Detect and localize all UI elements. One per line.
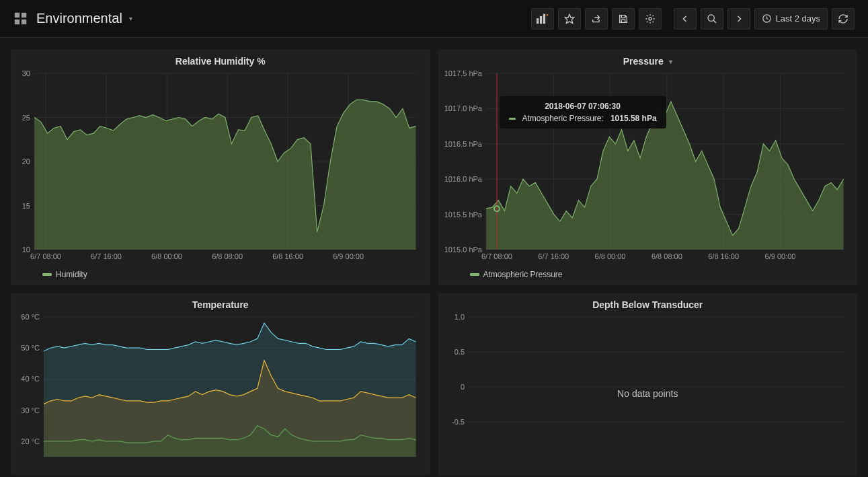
svg-text:20 °C: 20 °C [21, 437, 40, 445]
svg-text:1017.0 hPa: 1017.0 hPa [444, 104, 482, 112]
svg-text:6/7 08:00: 6/7 08:00 [30, 252, 61, 260]
panel-depth[interactable]: Depth Below Transducer -0.500.51.0 No da… [438, 293, 858, 475]
chart-temperature[interactable]: 20 °C30 °C40 °C50 °C60 °C [11, 313, 423, 472]
chevron-down-icon[interactable]: ▾ [669, 58, 672, 65]
chart-pressure[interactable]: 1015.0 hPa1015.5 hPa1016.0 hPa1016.5 hPa… [439, 69, 851, 264]
svg-text:6/7 16:00: 6/7 16:00 [538, 252, 569, 260]
legend-pressure: Atmospheric Pressure [439, 267, 857, 285]
dashboard-title[interactable]: Environmental [36, 11, 122, 26]
svg-text:1016.5 hPa: 1016.5 hPa [444, 140, 482, 148]
svg-rect-5 [539, 15, 541, 23]
svg-text:0: 0 [460, 383, 464, 391]
legend-item[interactable]: Atmospheric Pressure [470, 270, 563, 279]
svg-text:1016.0 hPa: 1016.0 hPa [444, 175, 482, 183]
star-button[interactable] [558, 8, 581, 30]
chart-humidity[interactable]: 10152025306/7 08:006/7 16:006/8 00:006/8… [11, 69, 423, 264]
legend-label: Humidity [56, 270, 87, 279]
chevron-down-icon: ▾ [129, 15, 132, 22]
svg-text:30 °C: 30 °C [21, 406, 40, 414]
panel-title-temperature: Temperature [192, 299, 249, 310]
svg-rect-6 [543, 13, 545, 24]
svg-text:1017.5 hPa: 1017.5 hPa [444, 69, 482, 77]
svg-text:40 °C: 40 °C [21, 375, 40, 383]
zoom-out-button[interactable] [701, 8, 723, 30]
svg-text:15: 15 [22, 202, 30, 210]
svg-point-8 [649, 17, 652, 20]
panel-temperature[interactable]: Temperature 20 °C30 °C40 °C50 °C60 °C [11, 293, 430, 475]
svg-text:6/8 00:00: 6/8 00:00 [594, 252, 625, 260]
legend-swatch-icon [42, 273, 52, 276]
settings-button[interactable] [639, 8, 662, 30]
svg-rect-1 [22, 12, 26, 17]
clock-icon [762, 13, 772, 24]
legend-item[interactable]: Humidity [42, 270, 87, 279]
dashboard-grid-icon [13, 11, 28, 26]
svg-text:-0.5: -0.5 [452, 418, 465, 426]
legend-humidity: Humidity [11, 267, 430, 285]
toolbar: Last 2 days [531, 8, 855, 30]
panel-title-humidity: Relative Humidity % [175, 56, 266, 67]
svg-text:6/8 00:00: 6/8 00:00 [151, 252, 182, 260]
share-button[interactable] [585, 8, 608, 30]
svg-text:1015.0 hPa: 1015.0 hPa [444, 246, 482, 254]
svg-text:25: 25 [22, 114, 30, 122]
svg-text:6/9 00:00: 6/9 00:00 [333, 252, 364, 260]
panel-title-pressure: Pressure [623, 56, 664, 67]
no-data-label: No data points [617, 388, 678, 399]
svg-text:6/7 08:00: 6/7 08:00 [481, 252, 512, 260]
svg-text:50 °C: 50 °C [21, 344, 40, 352]
svg-text:6/8 16:00: 6/8 16:00 [708, 252, 739, 260]
svg-marker-7 [565, 14, 574, 23]
breadcrumb[interactable]: Environmental ▾ [13, 11, 132, 26]
panel-title-depth: Depth Below Transducer [592, 299, 703, 310]
add-panel-button[interactable] [531, 8, 554, 30]
save-button[interactable] [612, 8, 635, 30]
svg-text:6/9 00:00: 6/9 00:00 [764, 252, 795, 260]
svg-text:1.0: 1.0 [454, 313, 464, 321]
refresh-button[interactable] [832, 8, 855, 30]
svg-text:6/8 08:00: 6/8 08:00 [212, 252, 243, 260]
svg-text:60 °C: 60 °C [21, 313, 40, 321]
time-back-button[interactable] [674, 8, 697, 30]
svg-text:6/8 16:00: 6/8 16:00 [272, 252, 303, 260]
svg-rect-4 [537, 18, 539, 24]
time-range-picker[interactable]: Last 2 days [754, 8, 828, 30]
svg-text:10: 10 [22, 246, 30, 254]
panel-pressure[interactable]: Pressure ▾ 1015.0 hPa1015.5 hPa1016.0 hP… [438, 50, 858, 285]
svg-text:20: 20 [22, 157, 30, 166]
svg-rect-3 [22, 19, 26, 24]
panel-humidity[interactable]: Relative Humidity % 10152025306/7 08:006… [11, 50, 430, 285]
legend-label: Atmospheric Pressure [483, 270, 563, 279]
top-bar: Environmental ▾ [0, 0, 868, 38]
svg-text:0.5: 0.5 [454, 348, 464, 356]
svg-text:1015.5 hPa: 1015.5 hPa [444, 211, 482, 219]
svg-point-9 [708, 15, 714, 21]
svg-text:6/7 16:00: 6/7 16:00 [91, 252, 122, 260]
time-range-label: Last 2 days [776, 13, 821, 24]
dashboard-grid: Relative Humidity % 10152025306/7 08:006… [0, 38, 868, 475]
time-forward-button[interactable] [727, 8, 750, 30]
svg-text:6/8 08:00: 6/8 08:00 [651, 252, 682, 260]
svg-text:30: 30 [22, 69, 30, 77]
svg-rect-0 [15, 12, 19, 17]
svg-rect-2 [15, 19, 19, 24]
legend-swatch-icon [470, 273, 479, 276]
